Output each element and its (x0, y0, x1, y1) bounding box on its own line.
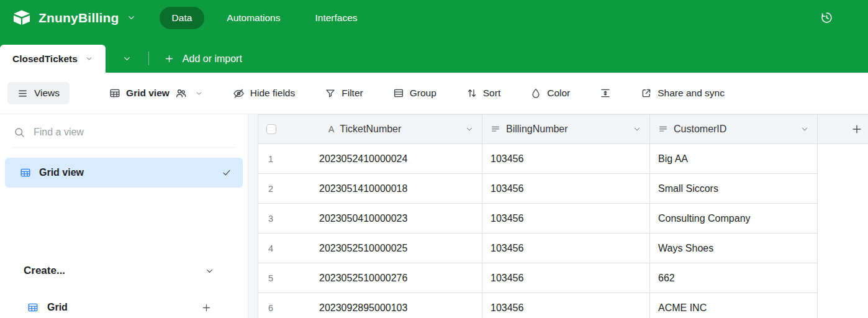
cell-billingnumber[interactable]: 103456 (482, 174, 650, 204)
column-name: BillingNumber (506, 124, 568, 135)
filter-label: Filter (341, 88, 363, 99)
color-icon (530, 88, 541, 99)
row-number[interactable]: 3 (258, 214, 283, 224)
select-all-checkbox[interactable] (266, 124, 276, 134)
group-button[interactable]: Group (393, 88, 436, 99)
cell-billingnumber[interactable]: 103456 (482, 263, 650, 293)
add-field-button[interactable] (818, 115, 868, 144)
table-row: 1 2023052410000024 103456 Big AA (258, 144, 868, 174)
cell-value: 2023052510000025 (319, 243, 407, 254)
cell-value: 2023051410000018 (319, 183, 407, 194)
sort-label: Sort (483, 88, 500, 99)
history-button[interactable] (820, 11, 833, 24)
row-number[interactable]: 6 (258, 303, 283, 313)
create-label: Create... (24, 265, 65, 277)
table-header-row: A TicketNumber BillingNumber CustomerID (258, 114, 868, 144)
row-number[interactable]: 1 (258, 154, 283, 164)
chevron-down-icon[interactable] (633, 125, 641, 134)
cell-ticketnumber[interactable]: 1 2023052410000024 (258, 144, 482, 174)
column-header-ticketnumber[interactable]: A TicketNumber (258, 115, 482, 144)
plus-icon[interactable] (201, 302, 212, 313)
cell-ticketnumber[interactable]: 4 2023052510000025 (258, 234, 482, 263)
chevron-down-icon (85, 55, 93, 63)
toolbar-buttons: Grid view Hide fields Filter Group Sort (109, 88, 725, 99)
cell-customerid[interactable]: Consulting Company (650, 204, 818, 234)
sort-button[interactable]: Sort (466, 88, 500, 99)
table-row: 2 2023051410000018 103456 Small Siccors (258, 174, 868, 204)
sidebar-item-grid-view[interactable]: Grid view (5, 158, 243, 188)
nav-tab-interfaces[interactable]: Interfaces (302, 7, 369, 29)
create-section-toggle[interactable]: Create... (0, 257, 248, 284)
find-view-input[interactable] (34, 127, 234, 138)
chevron-down-icon (127, 13, 136, 22)
eye-off-icon (233, 88, 245, 99)
chevron-down-icon[interactable] (465, 125, 474, 134)
cell-billingnumber[interactable]: 103456 (482, 293, 650, 318)
base-title: ZnunyBilling (38, 11, 119, 25)
cell-ticketnumber[interactable]: 5 2023052510000276 (258, 263, 482, 293)
views-label: Views (34, 88, 60, 99)
current-view-label: Grid view (126, 88, 170, 99)
cell-customerid[interactable]: Big AA (650, 144, 818, 174)
filter-button[interactable]: Filter (325, 88, 363, 99)
grid-view-icon (109, 88, 120, 99)
spacer (0, 188, 248, 257)
tab-label: ClosedTickets (12, 53, 78, 65)
create-grid-label: Grid (47, 302, 68, 313)
topbar: ZnunyBilling Data Automations Interfaces (0, 0, 868, 35)
cell-customerid[interactable]: 662 (650, 263, 818, 293)
chevron-down-icon[interactable] (800, 125, 809, 134)
table-row: 4 2023052510000025 103456 Ways Shoes (258, 234, 868, 263)
cell-ticketnumber[interactable]: 3 2023050410000023 (258, 204, 482, 234)
sort-icon (466, 88, 477, 99)
topbar-nav: Data Automations Interfaces (160, 7, 370, 29)
share-and-sync-button[interactable]: Share and sync (641, 88, 725, 99)
tab-list-button[interactable] (106, 45, 148, 73)
row-number[interactable]: 4 (258, 243, 283, 253)
view-search (12, 127, 235, 148)
field-type-lines-icon (658, 124, 668, 134)
cell-billingnumber[interactable]: 103456 (482, 144, 650, 174)
table-row: 3 2023050410000023 103456 Consulting Com… (258, 204, 868, 234)
cell-ticketnumber[interactable]: 6 2023092895000103 (258, 293, 482, 318)
cell-value: 2023052410000024 (319, 153, 407, 165)
field-type-text-icon: A (328, 124, 334, 134)
cell-customerid[interactable]: ACME INC (650, 293, 818, 318)
plus-icon (164, 53, 174, 64)
table-row: 5 2023052510000276 103456 662 (258, 263, 868, 293)
base-switcher[interactable]: ZnunyBilling (12, 10, 136, 25)
create-grid-item[interactable]: Grid (0, 293, 248, 318)
cell-value: 2023052510000276 (319, 273, 407, 284)
views-button[interactable]: Views (7, 82, 70, 104)
share-label: Share and sync (658, 88, 725, 99)
field-type-lines-icon (491, 124, 500, 134)
nav-tab-automations[interactable]: Automations (214, 7, 292, 29)
group-icon (393, 88, 404, 99)
color-label: Color (547, 88, 570, 99)
cell-customerid[interactable]: Ways Shoes (650, 234, 818, 263)
grid-view-icon (20, 167, 31, 178)
tab-closedtickets[interactable]: ClosedTickets (0, 45, 106, 73)
cell-billingnumber[interactable]: 103456 (482, 204, 650, 234)
row-number[interactable]: 2 (258, 184, 283, 194)
row-height-icon (600, 88, 611, 99)
current-view-button[interactable]: Grid view (109, 88, 203, 99)
content-area: Grid view Create... Grid (0, 114, 868, 318)
column-header-customerid[interactable]: CustomerID (650, 115, 818, 144)
chevron-down-icon (122, 54, 132, 63)
color-button[interactable]: Color (530, 88, 570, 99)
menu-icon (17, 88, 28, 99)
chevron-down-icon (205, 266, 214, 276)
check-icon (222, 168, 232, 178)
add-or-import-button[interactable]: Add or import (149, 45, 257, 73)
share-icon (641, 88, 652, 99)
cell-ticketnumber[interactable]: 2 2023051410000018 (258, 174, 482, 204)
row-number[interactable]: 5 (258, 273, 283, 283)
row-height-button[interactable] (600, 88, 611, 99)
cell-billingnumber[interactable]: 103456 (482, 234, 650, 263)
nav-tab-data[interactable]: Data (160, 7, 205, 29)
column-header-billingnumber[interactable]: BillingNumber (482, 115, 650, 144)
hide-fields-button[interactable]: Hide fields (233, 88, 295, 99)
group-label: Group (410, 88, 436, 99)
cell-customerid[interactable]: Small Siccors (650, 174, 818, 204)
